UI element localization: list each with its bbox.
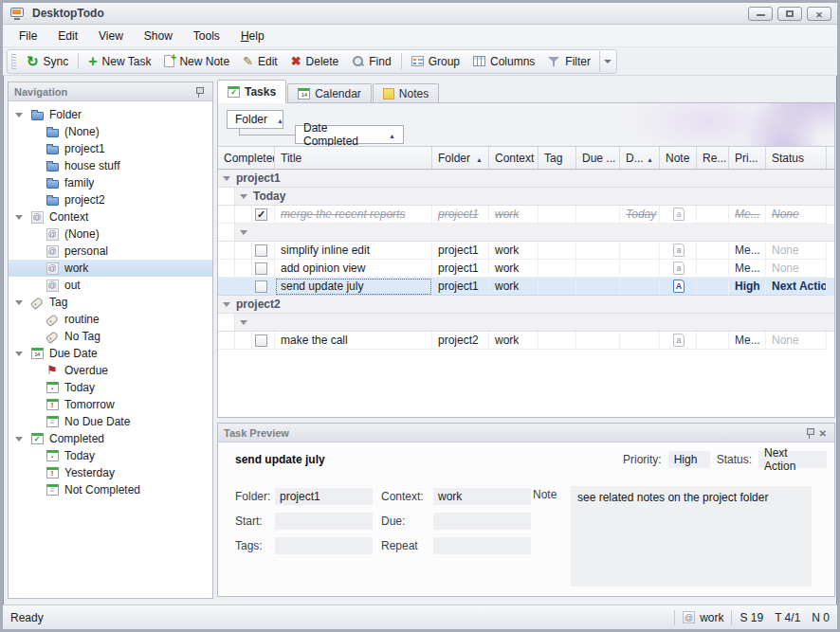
- sidebar-item-overdue[interactable]: Overdue: [9, 362, 212, 379]
- start-field[interactable]: [275, 513, 373, 530]
- collapse-arrow-icon[interactable]: [15, 297, 25, 309]
- sidebar-item-project2[interactable]: project2: [9, 191, 212, 208]
- status-context[interactable]: work: [683, 611, 723, 624]
- repeat-field[interactable]: [433, 537, 531, 554]
- sidebar-item-yesterday[interactable]: Yesterday: [9, 464, 212, 481]
- close-icon[interactable]: [817, 427, 829, 439]
- collapse-arrow-icon[interactable]: [15, 348, 25, 360]
- priority-value[interactable]: High: [668, 451, 710, 468]
- table-row-merge-the-recent-reports[interactable]: merge the recent reports project1 work T…: [218, 206, 834, 224]
- table-row-send-update-july[interactable]: send update july project1 work A High Ne…: [218, 278, 834, 296]
- sidebar-item-out[interactable]: out: [9, 277, 212, 294]
- note-text[interactable]: see related notes on the project folder: [571, 486, 812, 587]
- due-field[interactable]: [433, 513, 531, 530]
- table-row-add-opinion-view[interactable]: add opinion view project1 work a Me... N…: [218, 260, 834, 278]
- collapse-arrow-icon[interactable]: [223, 172, 232, 185]
- maximize-button[interactable]: [777, 7, 802, 21]
- sidebar-item-completed[interactable]: Completed: [9, 430, 212, 447]
- pin-icon[interactable]: [805, 427, 814, 439]
- title-bar[interactable]: DesktopTodo: [3, 3, 837, 25]
- toolbar-grip[interactable]: [11, 54, 16, 69]
- sidebar-item-work[interactable]: work: [9, 260, 212, 277]
- minimize-button[interactable]: [748, 7, 773, 21]
- sidebar-item-not-completed[interactable]: Not Completed: [9, 481, 212, 498]
- sidebar-item-routine[interactable]: routine: [9, 311, 212, 328]
- menu-file[interactable]: File: [9, 27, 47, 45]
- group-button[interactable]: Group: [405, 52, 466, 71]
- note-icon[interactable]: a: [673, 262, 685, 275]
- sync-button[interactable]: Sync: [20, 52, 75, 71]
- collapse-arrow-icon[interactable]: [15, 433, 25, 445]
- sidebar-item-house-stuff[interactable]: house stuff: [9, 157, 212, 174]
- status-value[interactable]: Next Action: [758, 451, 827, 468]
- collapse-arrow-icon[interactable]: [240, 316, 249, 329]
- collapse-arrow-icon[interactable]: [15, 109, 25, 121]
- tags-field[interactable]: [275, 537, 373, 554]
- column-due[interactable]: Due ...: [576, 147, 620, 169]
- context-field[interactable]: work: [433, 488, 531, 505]
- column-note[interactable]: Note: [660, 147, 697, 169]
- menu-help[interactable]: Help: [230, 27, 275, 45]
- task-checkbox[interactable]: [255, 334, 267, 347]
- task-checkbox[interactable]: [255, 280, 267, 293]
- column-status[interactable]: Status: [766, 147, 827, 169]
- menu-view[interactable]: View: [88, 27, 134, 45]
- sidebar-item-no-due-date[interactable]: No Due Date: [9, 413, 212, 430]
- collapse-arrow-icon[interactable]: [223, 298, 232, 311]
- task-checkbox[interactable]: [255, 244, 267, 257]
- sidebar-item-personal[interactable]: personal: [9, 243, 212, 260]
- collapse-arrow-icon[interactable]: [15, 211, 25, 224]
- group-by-folder-button[interactable]: Folder: [227, 110, 283, 129]
- toolbar-overflow-button[interactable]: [599, 51, 614, 72]
- find-button[interactable]: Find: [345, 52, 397, 71]
- column-date-completed[interactable]: D...: [620, 147, 660, 169]
- column-title[interactable]: Title: [275, 147, 432, 169]
- menu-show[interactable]: Show: [134, 27, 183, 45]
- task-checkbox-checked[interactable]: [255, 208, 267, 221]
- sidebar-item-no-tag[interactable]: No Tag: [9, 328, 212, 345]
- menu-tools[interactable]: Tools: [183, 27, 230, 45]
- collapse-arrow-icon[interactable]: [240, 190, 249, 203]
- sidebar-item-tomorrow[interactable]: Tomorrow: [9, 396, 212, 413]
- tab-calendar[interactable]: Calendar: [287, 83, 372, 103]
- delete-button[interactable]: Delete: [284, 52, 346, 71]
- close-button[interactable]: [807, 7, 831, 21]
- new-note-button[interactable]: New Note: [157, 52, 236, 71]
- new-task-button[interactable]: New Task: [82, 52, 157, 71]
- sidebar-item-context[interactable]: Context: [9, 208, 212, 226]
- tab-tasks[interactable]: Tasks: [217, 80, 286, 103]
- column-context[interactable]: Context: [489, 147, 539, 169]
- note-icon[interactable]: a: [673, 244, 685, 257]
- sidebar-item-context-none[interactable]: (None): [9, 226, 212, 243]
- task-checkbox[interactable]: [255, 262, 267, 275]
- note-icon[interactable]: a: [673, 334, 685, 347]
- edit-button[interactable]: Edit: [236, 52, 284, 71]
- sidebar-item-family[interactable]: family: [9, 174, 212, 191]
- group-row-project1[interactable]: project1: [218, 170, 834, 188]
- collapse-arrow-icon[interactable]: [240, 226, 249, 239]
- folder-field[interactable]: project1: [275, 488, 373, 505]
- sidebar-item-project1[interactable]: project1: [9, 140, 212, 157]
- columns-button[interactable]: Columns: [466, 52, 541, 71]
- sidebar-item-folder-none[interactable]: (None): [9, 123, 212, 140]
- table-row-simplify-inline-edit[interactable]: simplify inline edit project1 work a Me.…: [218, 242, 834, 260]
- group-row-empty[interactable]: [218, 224, 834, 242]
- note-icon[interactable]: a: [673, 208, 685, 221]
- column-priority[interactable]: Pri...: [729, 147, 766, 169]
- column-folder[interactable]: Folder: [432, 147, 489, 169]
- menu-edit[interactable]: Edit: [47, 27, 88, 45]
- filter-button[interactable]: Filter: [541, 52, 597, 71]
- sidebar-item-due-date[interactable]: Due Date: [9, 345, 212, 362]
- group-row-today[interactable]: Today: [218, 188, 834, 206]
- group-by-date-completed-button[interactable]: Date Completed: [295, 125, 404, 144]
- column-tag[interactable]: Tag: [539, 147, 576, 169]
- sidebar-item-tag[interactable]: Tag: [9, 294, 212, 311]
- column-repeat[interactable]: Re...: [697, 147, 729, 169]
- group-row-empty[interactable]: [218, 314, 834, 332]
- tab-notes[interactable]: Notes: [373, 83, 439, 103]
- pin-icon[interactable]: [194, 86, 204, 98]
- column-completed[interactable]: Completed: [218, 147, 275, 169]
- table-row-make-the-call[interactable]: make the call project2 work a Me... None: [218, 332, 834, 350]
- note-icon[interactable]: A: [673, 280, 685, 293]
- sidebar-item-completed-today[interactable]: Today: [9, 447, 212, 464]
